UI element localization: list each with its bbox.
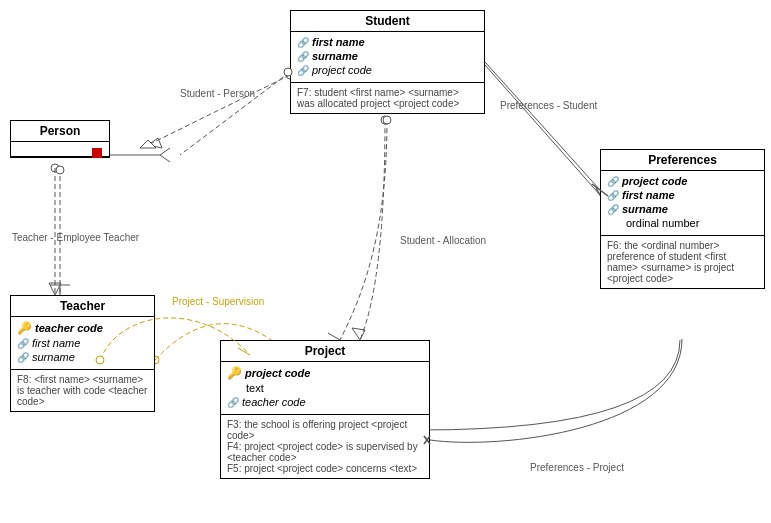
label-teacher-employee: Teacher - Employee Teacher (12, 232, 139, 243)
pref-attr-firstname: 🔗 first name (607, 189, 758, 201)
student-constraint: F7: student <first name> <surname> was a… (291, 83, 484, 113)
chain-icon-9: 🔗 (607, 204, 619, 215)
pref-surname-text: surname (622, 203, 668, 215)
preferences-attrs: 🔗 project code 🔗 first name 🔗 surname or… (601, 171, 764, 236)
chain-icon-2: 🔗 (297, 51, 309, 62)
project-code-text: project code (245, 367, 310, 379)
chain-icon-6: 🔗 (227, 397, 239, 408)
person-red-decoration (92, 148, 102, 158)
preferences-title: Preferences (601, 150, 764, 171)
pref-attr-surname: 🔗 surname (607, 203, 758, 215)
project-attr-teachercode: 🔗 teacher code (227, 396, 423, 408)
svg-line-24 (485, 62, 600, 190)
teacher-box: Teacher 🔑 teacher code 🔗 first name 🔗 su… (10, 295, 155, 412)
pref-ordinal-text: ordinal number (626, 217, 699, 229)
chain-icon-7: 🔗 (607, 176, 619, 187)
svg-point-22 (383, 116, 391, 124)
project-text-text: text (246, 382, 264, 394)
student-attr-surname: 🔗 surname (297, 50, 478, 62)
student-attr-projectcode: 🔗 project code (297, 64, 478, 76)
preferences-box: Preferences 🔗 project code 🔗 first name … (600, 149, 765, 289)
pref-attr-ordinal: ordinal number (607, 217, 758, 229)
teacher-attr-code: 🔑 teacher code (17, 321, 148, 335)
chain-icon-4: 🔗 (17, 338, 29, 349)
svg-marker-1 (148, 138, 162, 148)
pref-projectcode-text: project code (622, 175, 687, 187)
teacher-attr-firstname: 🔗 first name (17, 337, 148, 349)
svg-line-0 (148, 75, 290, 145)
person-title: Person (11, 121, 109, 142)
student-box: Student 🔗 first name 🔗 surname 🔗 project… (290, 10, 485, 114)
key-icon-project: 🔑 (227, 366, 242, 380)
student-title: Student (291, 11, 484, 32)
svg-point-8 (381, 116, 389, 124)
svg-point-5 (51, 164, 59, 172)
preferences-constraint: F6: the <ordinal number> preference of s… (601, 236, 764, 288)
pref-firstname-text: first name (622, 189, 675, 201)
pref-attr-projectcode: 🔗 project code (607, 175, 758, 187)
diagram-container: Person Student 🔗 first name 🔗 surname 🔗 … (0, 0, 771, 523)
key-icon-teacher: 🔑 (17, 321, 32, 335)
teacher-constraint: F8: <first name> <surname> is teacher wi… (11, 370, 154, 411)
student-firstname-text: first name (312, 36, 365, 48)
chain-icon-3: 🔗 (297, 65, 309, 76)
project-teachercode-text: teacher code (242, 396, 306, 408)
teacher-firstname-text: first name (32, 337, 80, 349)
teacher-title: Teacher (11, 296, 154, 317)
svg-marker-4 (49, 283, 61, 295)
student-surname-text: surname (312, 50, 358, 62)
project-box: Project 🔑 project code text 🔗 teacher co… (220, 340, 430, 479)
chain-icon-1: 🔗 (297, 37, 309, 48)
svg-line-23 (328, 333, 340, 340)
teacher-surname-text: surname (32, 351, 75, 363)
chain-icon-8: 🔗 (607, 190, 619, 201)
svg-marker-9 (352, 328, 365, 340)
project-attr-text: text (227, 382, 423, 394)
student-attr-firstname: 🔗 first name (297, 36, 478, 48)
chain-icon-5: 🔗 (17, 352, 29, 363)
student-projectcode-text: project code (312, 64, 372, 76)
project-title: Project (221, 341, 429, 362)
teacher-attrs: 🔑 teacher code 🔗 first name 🔗 surname (11, 317, 154, 370)
project-constraint: F3: the school is offering project <proj… (221, 415, 429, 478)
svg-line-10 (485, 65, 600, 195)
project-attr-code: 🔑 project code (227, 366, 423, 380)
project-attrs: 🔑 project code text 🔗 teacher code (221, 362, 429, 415)
label-student-allocation: Student - Allocation (400, 235, 486, 246)
teacher-attr-surname: 🔗 surname (17, 351, 148, 363)
svg-line-13 (180, 72, 290, 155)
label-student-person: Student - Person (180, 88, 255, 99)
teacher-code-text: teacher code (35, 322, 103, 334)
student-attrs: 🔗 first name 🔗 surname 🔗 project code (291, 32, 484, 83)
svg-point-17 (56, 166, 64, 174)
label-preferences-student: Preferences - Student (500, 100, 597, 111)
label-project-supervision: Project - Supervision (172, 296, 264, 307)
label-preferences-project: Preferences - Project (530, 462, 624, 473)
